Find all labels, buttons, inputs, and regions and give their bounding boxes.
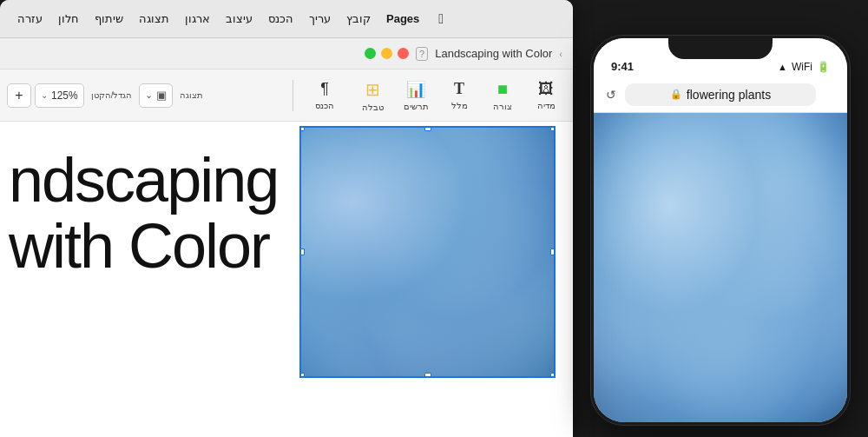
iphone-address-bar[interactable]: ↺ 🔒 flowering plants — [594, 76, 847, 113]
handle-top-middle[interactable] — [424, 126, 431, 131]
toolbar-shape-button[interactable]: ■ צורה — [483, 74, 523, 117]
window-maximize-button[interactable] — [365, 48, 376, 59]
handle-middle-right[interactable] — [550, 248, 556, 255]
iphone-content — [594, 113, 847, 422]
handle-bottom-left[interactable] — [299, 373, 305, 378]
lock-icon: 🔒 — [670, 89, 682, 100]
menu-file[interactable]: קובץ — [346, 12, 371, 25]
iphone-flower-overlay — [594, 113, 847, 422]
handle-top-left[interactable] — [299, 126, 305, 131]
document-area: ndscaping with Color — [0, 122, 573, 437]
toolbar-main-group: 🖼 מדיה ■ צורה T מלל 📊 תרשים ⊞ טבלה ¶ הכנ — [300, 74, 566, 117]
menu-share[interactable]: שיתוף — [95, 12, 123, 25]
insert-icon: ¶ — [320, 80, 329, 98]
zoom-label: הגדל/הקטן — [91, 90, 133, 100]
toolbar-media-button[interactable]: 🖼 מדיה — [526, 74, 566, 117]
menu-bar:  Pages קובץ עריך הכנס עיצוב ארגון תצוגה… — [0, 0, 573, 38]
chart-label: תרשים — [404, 102, 429, 111]
doc-chevron-icon: › — [559, 49, 562, 59]
handle-bottom-right[interactable] — [550, 373, 556, 378]
window-minimize-button[interactable] — [381, 48, 392, 59]
toolbar-chart-button[interactable]: 📊 תרשים — [396, 74, 436, 117]
mac-window:  Pages קובץ עריך הכנס עיצוב ארגון תצוגה… — [0, 0, 573, 437]
media-icon: 🖼 — [538, 80, 554, 98]
table-label: טבלה — [362, 103, 384, 112]
window-close-button[interactable] — [398, 48, 409, 59]
handle-middle-left[interactable] — [299, 248, 305, 255]
toolbar-table-button[interactable]: ⊞ טבלה — [352, 74, 392, 117]
url-pill[interactable]: 🔒 flowering plants — [625, 83, 816, 106]
signal-icon: ▲ — [778, 62, 787, 72]
handle-bottom-middle[interactable] — [424, 373, 431, 378]
toolbar-text-button[interactable]: T מלל — [439, 74, 479, 117]
wifi-icon: WiFi — [792, 61, 812, 73]
insert-label: הכנס — [315, 101, 334, 110]
window-controls — [365, 48, 409, 59]
toolbar-separator — [293, 80, 293, 111]
apple-logo-icon[interactable]:  — [438, 11, 444, 27]
title-bar: › Landscaping with Color ? — [0, 38, 573, 70]
iphone-time: 9:41 — [611, 60, 634, 73]
view-icon: ▣ — [156, 89, 167, 102]
menu-view[interactable]: תצוגה — [139, 12, 169, 25]
flower-overlay — [301, 128, 554, 376]
selected-image[interactable] — [299, 126, 556, 378]
menu-help[interactable]: עזרה — [17, 12, 43, 25]
zoom-value: 125% — [51, 89, 78, 102]
iphone-screen: 9:41 ▲ WiFi 🔋 ↺ 🔒 flowering plants — [594, 38, 847, 422]
media-label: מדיה — [537, 101, 556, 110]
table-icon: ⊞ — [365, 79, 380, 100]
reload-icon[interactable]: ↺ — [606, 88, 616, 102]
shape-label: צורה — [493, 102, 512, 111]
add-button[interactable]: + — [7, 83, 31, 108]
doc-title: Landscaping with Color — [435, 47, 552, 60]
doc-type-icon: ? — [416, 47, 428, 61]
url-text: flowering plants — [687, 88, 771, 102]
chart-icon: 📊 — [406, 80, 425, 99]
menu-pages[interactable]: Pages — [386, 12, 419, 25]
menu-arrange[interactable]: ארגון — [185, 12, 210, 25]
zoom-control[interactable]: ⌄ 125% — [35, 83, 84, 108]
iphone-device: 9:41 ▲ WiFi 🔋 ↺ 🔒 flowering plants — [590, 35, 851, 426]
text-label: מלל — [451, 101, 468, 110]
menu-format[interactable]: עיצוב — [226, 12, 253, 25]
view-label: תצוגה — [180, 90, 203, 100]
battery-icon: 🔋 — [817, 61, 830, 73]
handle-top-right[interactable] — [550, 126, 556, 131]
toolbar-insert-button[interactable]: ¶ הכנס — [300, 74, 349, 117]
menu-insert[interactable]: הכנס — [268, 12, 293, 25]
iphone-notch — [668, 38, 773, 59]
toolbar: 🖼 מדיה ■ צורה T מלל 📊 תרשים ⊞ טבלה ¶ הכנ — [0, 70, 573, 122]
menu-edit[interactable]: עריך — [309, 12, 331, 25]
zoom-chevron-icon: ⌄ — [41, 90, 48, 100]
iphone-status-icons: ▲ WiFi 🔋 — [778, 61, 830, 73]
toolbar-right: + ⌄ 125% הגדל/הקטן ⌄ ▣ תצוגה — [7, 83, 207, 108]
view-button[interactable]: ⌄ ▣ — [139, 83, 173, 108]
view-chevron-icon: ⌄ — [145, 89, 153, 101]
text-icon: T — [454, 80, 464, 98]
shape-icon: ■ — [497, 79, 508, 99]
menu-window[interactable]: חלון — [58, 12, 79, 25]
